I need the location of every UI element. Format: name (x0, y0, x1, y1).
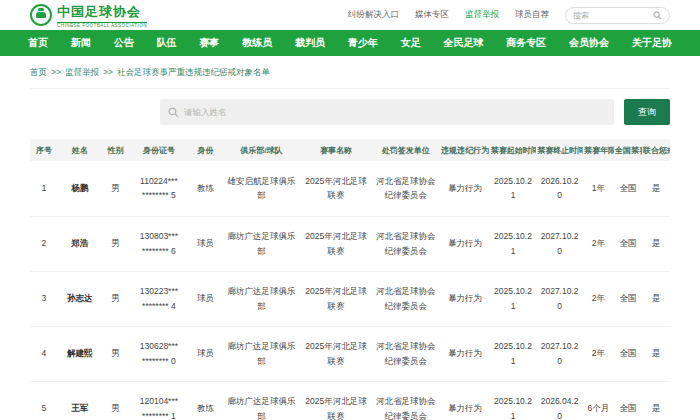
breadcrumb-current: 社会足球赛事严重违规违纪惩戒对象名单 (117, 67, 270, 77)
nav-item-news[interactable]: 新闻 (71, 36, 91, 50)
breadcrumb-home[interactable]: 首页 (30, 67, 47, 77)
site-search-box[interactable] (565, 7, 670, 24)
top-link-supervision[interactable]: 监督举报 (465, 9, 499, 21)
column-header: 赛事名称 (300, 139, 371, 161)
nav-item-teams[interactable]: 队伍 (156, 36, 176, 50)
table-cell: 男 (101, 216, 129, 271)
table-cell: 1 (30, 161, 58, 216)
nav-item-grassroots[interactable]: 全民足球 (443, 36, 483, 50)
nav-item-referees[interactable]: 裁判员 (295, 36, 325, 50)
table-cell: 解建熙 (58, 326, 101, 381)
table-cell: 河北省足球协会纪律委员会 (372, 216, 440, 271)
query-row: 查询 (30, 99, 670, 125)
table-cell: 130803*** ******** 6 (129, 216, 188, 271)
table-cell: 暴力行为 (440, 271, 490, 326)
nav-item-members[interactable]: 会员协会 (569, 36, 609, 50)
nav-item-competitions[interactable]: 赛事 (199, 36, 219, 50)
table-cell: 1年 (583, 161, 614, 216)
table-cell: 球员 (188, 216, 222, 271)
table-cell: 全国 (614, 271, 642, 326)
nav-item-about[interactable]: 关于足协 (632, 36, 672, 50)
column-header: 身份 (188, 139, 222, 161)
table-cell: 2年 (583, 326, 614, 381)
table-cell: 2027.10.20 (536, 326, 583, 381)
breadcrumb: 首页>>监督举报>>社会足球赛事严重违规违纪惩戒对象名单 (30, 56, 670, 89)
column-header: 禁赛起始时间 (490, 139, 537, 161)
table-cell: 河北省足球协会纪律委员会 (372, 161, 440, 216)
table-header-row: 序号姓名性别身份证号身份俱乐部/球队赛事名称处罚签发单位违规违纪行为禁赛起始时间… (30, 139, 670, 161)
top-links: 纠纷解决入口 媒体专区 监督举报 球员自荐 (348, 7, 670, 24)
table-cell: 全国 (614, 381, 642, 420)
nav-item-youth[interactable]: 青少年 (348, 36, 378, 50)
query-button[interactable]: 查询 (624, 99, 670, 125)
table-cell: 男 (101, 381, 129, 420)
site-search-input[interactable] (573, 11, 653, 20)
column-header: 俱乐部/球队 (223, 139, 301, 161)
column-header: 处罚签发单位 (372, 139, 440, 161)
table-cell: 球员 (188, 271, 222, 326)
logo-title: 中国足球协会 (57, 3, 147, 21)
top-link-player[interactable]: 球员自荐 (515, 9, 549, 21)
site-logo[interactable]: 中国足球协会 CHINESE FOOTBALL ASSOCIATION (30, 3, 147, 28)
table-cell: 2025年河北足球联赛 (300, 381, 371, 420)
logo-subtitle: CHINESE FOOTBALL ASSOCIATION (57, 22, 147, 28)
table-cell: 全国 (614, 216, 642, 271)
column-header: 姓名 (58, 139, 101, 161)
column-header: 全国禁赛 (614, 139, 642, 161)
table-cell: 廊坊广达足球俱乐部 (223, 381, 301, 420)
table-cell: 2025.10.21 (490, 381, 537, 420)
table-cell: 廊坊广达足球俱乐部 (223, 326, 301, 381)
nav-item-notice[interactable]: 公告 (114, 36, 134, 50)
column-header: 身份证号 (129, 139, 188, 161)
column-header: 性别 (101, 139, 129, 161)
table-cell: 5 (30, 381, 58, 420)
table-cell: 孙志达 (58, 271, 101, 326)
table-cell: 2025年河北足球联赛 (300, 271, 371, 326)
breadcrumb-supervision[interactable]: 监督举报 (65, 67, 99, 77)
table-cell: 郑浩 (58, 216, 101, 271)
cfa-emblem-icon (30, 4, 52, 26)
name-search-box[interactable] (160, 99, 614, 125)
table-cell: 2025年河北足球联赛 (300, 216, 371, 271)
top-link-media[interactable]: 媒体专区 (415, 9, 449, 21)
table-cell: 2025.10.21 (490, 326, 537, 381)
nav-item-coaches[interactable]: 教练员 (242, 36, 272, 50)
table-cell: 杨鹏 (58, 161, 101, 216)
nav-item-women[interactable]: 女足 (401, 36, 421, 50)
table-cell: 2年 (583, 271, 614, 326)
table-cell: 2025年河北足球联赛 (300, 161, 371, 216)
table-cell: 是 (642, 271, 670, 326)
top-link-dispute[interactable]: 纠纷解决入口 (348, 9, 399, 21)
table-cell: 男 (101, 161, 129, 216)
top-header: 中国足球协会 CHINESE FOOTBALL ASSOCIATION 纠纷解决… (0, 0, 700, 30)
table-cell: 廊坊广达足球俱乐部 (223, 216, 301, 271)
table-row: 3孙志达男130223*** ******** 4球员廊坊广达足球俱乐部2025… (30, 271, 670, 326)
table-cell: 是 (642, 216, 670, 271)
breadcrumb-separator: >> (103, 67, 113, 77)
name-search-input[interactable] (184, 107, 606, 117)
table-cell: 球员 (188, 326, 222, 381)
table-cell: 雄安启航足球俱乐部 (223, 161, 301, 216)
table-cell: 2 (30, 216, 58, 271)
column-header: 禁赛终止时间 (536, 139, 583, 161)
table-cell: 河北省足球协会纪律委员会 (372, 381, 440, 420)
nav-item-business[interactable]: 商务专区 (506, 36, 546, 50)
table-cell: 110224*** ******** 5 (129, 161, 188, 216)
table-cell: 2025.10.21 (490, 271, 537, 326)
table-row: 2郑浩男130803*** ******** 6球员廊坊广达足球俱乐部2025年… (30, 216, 670, 271)
table-cell: 2025.10.21 (490, 161, 537, 216)
nav-item-home[interactable]: 首页 (28, 36, 48, 50)
table-cell: 廊坊广达足球俱乐部 (223, 271, 301, 326)
table-cell: 全国 (614, 161, 642, 216)
search-icon (168, 107, 179, 118)
table-cell: 教练 (188, 381, 222, 420)
table-cell: 王军 (58, 381, 101, 420)
table-cell: 暴力行为 (440, 161, 490, 216)
table-cell: 河北省足球协会纪律委员会 (372, 271, 440, 326)
table-row: 5王军男120104*** ******** 1教练廊坊广达足球俱乐部2025年… (30, 381, 670, 420)
table-cell: 男 (101, 326, 129, 381)
table-cell: 是 (642, 161, 670, 216)
table-cell: 6个月 (583, 381, 614, 420)
table-cell: 4 (30, 326, 58, 381)
table-cell: 男 (101, 271, 129, 326)
